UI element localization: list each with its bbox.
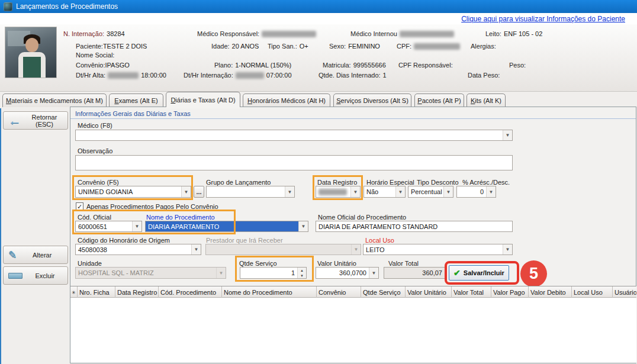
chevron-down-icon[interactable]: ▼ — [503, 130, 512, 140]
tab-pacotes[interactable]: Pacotes (Alt P) — [414, 94, 464, 107]
spin-up-icon[interactable]: ▲ — [298, 268, 306, 273]
tab-honorarios-medicos[interactable]: Honorários Médicos (Alt H) — [243, 94, 330, 107]
column-valor-debito[interactable]: Valor Debito — [529, 286, 572, 298]
field-sexo: Sexo: FEMININO — [329, 43, 380, 50]
idade-label: Idade: — [211, 43, 230, 50]
nome-oficial-input[interactable]: DIARIA DE APARTAMENTO STANDARD — [316, 221, 513, 232]
chevron-down-icon[interactable]: ▼ — [395, 186, 405, 197]
field-dthr-alta: Dt/Hr Alta: 18:00:00 — [76, 72, 166, 79]
medico-internou-label: Médico Internou — [350, 30, 397, 37]
field-plano: Plano: 1-NORMAL (150%) — [214, 62, 291, 69]
cod-honorario-combobox[interactable]: 45080038 ▼ — [75, 244, 201, 255]
chevron-down-icon[interactable]: ▼ — [369, 268, 378, 278]
dthr-alta-date-redacted — [108, 72, 139, 79]
column-nome-procedimento[interactable]: Nome do Procedimento — [222, 286, 317, 298]
chevron-down-icon[interactable]: ▼ — [486, 186, 496, 197]
chevron-down-icon[interactable]: ▼ — [443, 186, 453, 197]
alergias-label: Alergias: — [471, 43, 496, 50]
field-cpf-responsavel: CPF Responsável: — [398, 62, 453, 69]
medico-responsavel-label: Médico Responsável: — [197, 30, 259, 37]
browse-convenio-button[interactable]: ... — [194, 186, 204, 198]
tab-strip: Materiais e Medicamentos (Alt M) Exames … — [0, 92, 637, 107]
sexo-value: FEMININO — [348, 43, 380, 50]
qtde-servico-stepper[interactable]: 1 ▲ ▼ — [240, 267, 307, 279]
field-nome-social: Nome Social: — [76, 51, 114, 59]
chevron-down-icon: ▼ — [351, 244, 361, 255]
alterar-button[interactable]: ✎ Alterar — [3, 246, 68, 264]
tab-materiais-medicamentos[interactable]: Materiais e Medicamentos (Alt M) — [2, 94, 107, 107]
data-registro-combobox[interactable]: ▼ — [316, 186, 361, 198]
data-registro-redacted — [318, 189, 347, 195]
prestador-label: Prestador que Irá Receber — [206, 237, 283, 244]
salvar-incluir-button[interactable]: ✔ Salvar/Incluir — [449, 265, 509, 281]
tipo-san-value: O+ — [300, 43, 308, 50]
column-valor-pago[interactable]: Valor Pago — [491, 286, 529, 298]
field-tipo-sanguineo: Tipo San.: O+ — [268, 43, 308, 50]
acresc-desc-combobox[interactable]: 0 ▼ — [456, 186, 496, 198]
column-data-registro[interactable]: Data Registro — [115, 286, 159, 298]
patient-photo — [5, 27, 57, 78]
horario-especial-combobox[interactable]: Não ▼ — [363, 186, 406, 198]
column-usuario[interactable]: Usuário — [613, 286, 636, 298]
cod-oficial-combobox[interactable]: 60000651 ▼ — [75, 221, 142, 232]
chevron-down-icon[interactable]: ▼ — [298, 221, 308, 231]
plano-value: 1-NORMAL (150%) — [235, 62, 291, 69]
eraser-icon — [8, 273, 22, 279]
cpf-redacted — [414, 43, 460, 50]
chevron-down-icon[interactable]: ▼ — [285, 186, 294, 197]
column-qtde-servico[interactable]: Qtde Serviço — [361, 286, 406, 298]
excluir-button[interactable]: Excluir — [3, 266, 68, 285]
column-valor-unitario[interactable]: Valor Unitário — [406, 286, 452, 298]
spin-down-icon[interactable]: ▼ — [298, 273, 306, 278]
grupo-lancamento-combobox[interactable]: ▼ — [206, 186, 295, 198]
tipo-desconto-combobox[interactable]: Percentual ▼ — [408, 186, 453, 198]
chevron-down-icon[interactable]: ▼ — [191, 244, 201, 255]
app-icon — [4, 2, 12, 11]
local-uso-combobox[interactable]: LEITO ▼ — [363, 244, 513, 255]
chevron-down-icon[interactable]: ▼ — [181, 186, 191, 197]
convenio-combobox[interactable]: UNIMED GOIANIA ▼ — [75, 186, 191, 198]
medico-combobox[interactable]: ▼ — [75, 130, 513, 141]
tipo-desconto-label: Tipo Desconto — [417, 179, 459, 186]
dthr-internacao-date-redacted — [236, 72, 264, 79]
grid-indicator-cell: ✳ — [70, 286, 78, 298]
pencil-icon: ✎ — [8, 249, 17, 261]
grid-body[interactable] — [70, 298, 636, 363]
column-valor-total[interactable]: Valor Total — [452, 286, 491, 298]
column-local-uso[interactable]: Local Uso — [572, 286, 613, 298]
tab-kits[interactable]: Kits (Alt K) — [467, 94, 506, 107]
valor-unitario-combobox[interactable]: 360,0700 ▼ — [316, 267, 379, 279]
nome-procedimento-combobox[interactable]: DIARIA APARTAMENTO ▼ — [145, 221, 308, 232]
leito-value: ENF 105 - 02 — [504, 30, 542, 37]
top-link-bar: Clique aqui para visualizar Informações … — [0, 13, 637, 24]
apenas-pagos-checkbox[interactable]: ✓ — [76, 202, 83, 210]
qtde-dias-value: 1 — [383, 72, 387, 79]
cpf-responsavel-label: CPF Responsável: — [398, 62, 453, 69]
column-convenio[interactable]: Convênio — [317, 286, 361, 298]
apenas-pagos-label[interactable]: Apenas Procedimentos Pagos Pelo Convênio — [86, 203, 218, 210]
chevron-down-icon[interactable]: ▼ — [132, 221, 141, 231]
tab-servicos-diversos[interactable]: Serviços Diversos (Alt S) — [333, 94, 411, 107]
tab-exames[interactable]: Exames (Alt E) — [109, 94, 163, 107]
group-title: Informações Gerais das Diárias e Taxas — [75, 110, 191, 117]
field-n-internacao: N. Internação: 38284 — [63, 30, 125, 37]
chevron-down-icon[interactable]: ▼ — [503, 244, 512, 255]
retornar-button[interactable]: ← Retornar (ESC) — [3, 111, 68, 130]
field-peso: Peso: — [509, 62, 526, 69]
column-nro-ficha[interactable]: Nro. Ficha — [78, 286, 115, 298]
valor-unitario-label: Valor Unitário — [317, 260, 356, 267]
patient-info-link[interactable]: Clique aqui para visualizar Informações … — [461, 15, 625, 23]
horario-especial-label: Horário Especial — [366, 179, 414, 186]
data-peso-label: Data Peso: — [468, 72, 500, 79]
matricula-value: 999555666 — [353, 62, 386, 69]
data-registro-label: Data Registro — [317, 179, 357, 186]
tab-diarias-taxas[interactable]: Diárias e Taxas (Alt D) — [166, 92, 240, 107]
field-leito: Leito: ENF 105 - 02 — [485, 30, 542, 37]
local-uso-label: Local Uso — [365, 237, 394, 244]
observacao-input[interactable] — [75, 155, 513, 170]
column-cod-procedimento[interactable]: Cód. Procedimento — [159, 286, 222, 298]
paciente-label: Paciente: — [76, 43, 103, 50]
chevron-down-icon[interactable]: ▼ — [350, 186, 360, 197]
field-qtde-dias: Qtde. Dias Internado: 1 — [318, 72, 387, 79]
nome-procedimento-label: Nome do Procedimento — [146, 214, 215, 221]
